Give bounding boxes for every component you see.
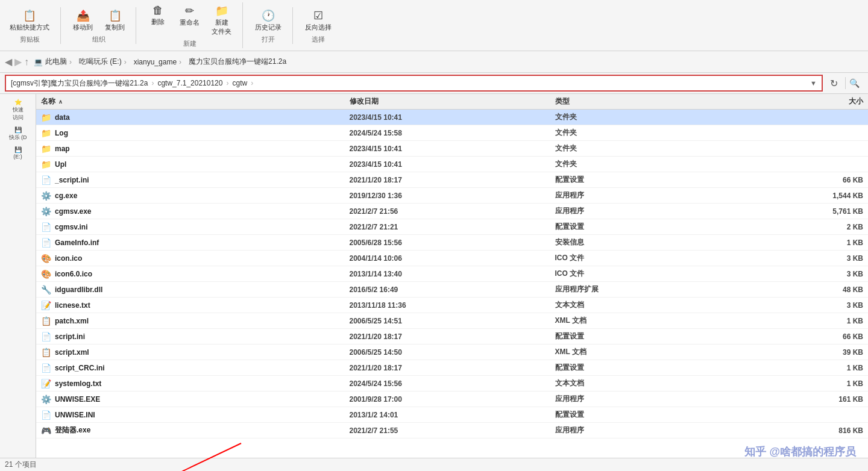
- file-date-cell: 2021/1/20 18:17: [350, 176, 555, 184]
- table-row[interactable]: 📄 cgmsv.ini 2021/2/7 21:21 配置设置 2 KB: [36, 219, 868, 235]
- file-name: cgmsv.exe: [55, 207, 92, 216]
- sidebar-item-drive-d[interactable]: 💾 快乐 (D: [0, 124, 36, 144]
- file-icon: ⚙️: [41, 207, 51, 216]
- reverse-select-label: 反向选择: [305, 23, 332, 32]
- bc-sep-0: ›: [69, 58, 72, 66]
- file-name: idguardlibr.dll: [55, 285, 102, 294]
- file-date-cell: 2021/2/7 21:21: [350, 223, 555, 231]
- file-icon: 📄: [41, 332, 51, 342]
- col-header-name[interactable]: 名称 ∧: [41, 96, 350, 107]
- file-name: UNWISE.INI: [55, 411, 95, 419]
- table-row[interactable]: 📄 UNWISE.INI 2013/1/2 14:01 配置设置: [36, 407, 868, 423]
- toolbar-section-clipboard: 📋 粘贴快捷方式 剪贴板: [5, 7, 61, 44]
- table-row[interactable]: ⚙️ UNWISE.EXE 2001/9/28 17:00 应用程序 161 K…: [36, 391, 868, 407]
- file-type-cell: 文本文档: [555, 300, 761, 310]
- address-dropdown-icon[interactable]: ▼: [810, 80, 817, 87]
- table-row[interactable]: 📄 script_CRC.ini 2021/1/20 18:17 配置设置 1 …: [36, 360, 868, 376]
- file-name: cgmsv.ini: [55, 223, 87, 231]
- file-icon: 📋: [41, 316, 51, 326]
- refresh-button[interactable]: ↻: [828, 76, 840, 90]
- file-name: cg.exe: [55, 192, 77, 200]
- toolbar-section-organize: 📤 移动到 📋 复制到 组织: [68, 7, 136, 44]
- this-pc-label: 此电脑: [45, 57, 67, 67]
- table-row[interactable]: ⚙️ cgmsv.exe 2021/2/7 21:56 应用程序 5,761 K…: [36, 204, 868, 219]
- nav-up-button[interactable]: ↑: [24, 57, 29, 67]
- file-size-cell: 66 KB: [761, 332, 864, 341]
- table-row[interactable]: 🔧 idguardlibr.dll 2016/5/2 16:49 应用程序扩展 …: [36, 282, 868, 298]
- table-row[interactable]: 📁 Log 2024/5/24 15:58 文件夹: [36, 125, 868, 141]
- nav-forward-button[interactable]: ▶: [14, 56, 22, 67]
- file-type-cell: 配置设置: [555, 363, 761, 373]
- file-name: icon6.0.ico: [55, 270, 92, 278]
- sidebar-item-drive-e[interactable]: 💾 (E:): [0, 144, 36, 162]
- file-name-cell: 🎮 登陆器.exe: [41, 425, 350, 435]
- file-name-cell: 🔧 idguardlibr.dll: [41, 285, 350, 295]
- table-row[interactable]: 📄 _script.ini 2021/1/20 18:17 配置设置 66 KB: [36, 172, 868, 188]
- file-size-cell: 3 KB: [761, 270, 864, 278]
- magic-baobei-label: 魔力宝贝台服纯净一键端21.2a: [189, 57, 286, 67]
- file-date-cell: 2013/1/2 14:01: [350, 411, 555, 419]
- file-name: 登陆器.exe: [55, 425, 90, 435]
- drive-d-label: 快乐 (D: [9, 134, 27, 142]
- file-date-cell: 2023/4/15 10:41: [350, 113, 555, 122]
- file-area: 名称 ∧ 修改日期 类型 大小 📁 data 2023/4/15 10:41 文…: [36, 94, 868, 471]
- breadcrumb-magic-baobei[interactable]: 魔力宝贝台服纯净一键端21.2a: [186, 55, 289, 68]
- breadcrumb-drive-e[interactable]: 吃喝玩乐 (E:) ›: [77, 55, 129, 68]
- file-date-cell: 2019/12/30 1:36: [350, 192, 555, 200]
- table-row[interactable]: 🎨 icon6.0.ico 2013/1/14 13:40 ICO 文件 3 K…: [36, 266, 868, 282]
- paste-shortcut-button[interactable]: 📋 粘贴快捷方式: [5, 7, 54, 34]
- address-bar[interactable]: [cgmsv引擎]魔力宝贝台服纯净一键端21.2a › cgtw_7.1_202…: [5, 75, 823, 92]
- paste-shortcut-label: 粘贴快捷方式: [10, 23, 49, 32]
- file-date-cell: 2005/6/28 15:56: [350, 239, 555, 247]
- breadcrumb-this-pc[interactable]: 💻 此电脑 ›: [31, 55, 74, 68]
- table-row[interactable]: ⚙️ cg.exe 2019/12/30 1:36 应用程序 1,544 KB: [36, 188, 868, 204]
- delete-button[interactable]: 🗑 删除: [143, 2, 172, 38]
- file-type-cell: 文件夹: [555, 143, 761, 154]
- copy-to-button[interactable]: 📋 复制到: [100, 7, 130, 34]
- table-row[interactable]: 📁 map 2023/4/15 10:41 文件夹: [36, 141, 868, 157]
- delete-label: 删除: [151, 17, 165, 27]
- copy-to-label: 复制到: [105, 23, 125, 32]
- file-type-cell: 配置设置: [555, 331, 761, 342]
- rename-button[interactable]: ✏ 重命名: [175, 2, 204, 38]
- file-name: _script.ini: [55, 176, 89, 184]
- file-name-cell: 📋 patch.xml: [41, 316, 350, 326]
- table-row[interactable]: 🎨 icon.ico 2004/1/14 10:06 ICO 文件 3 KB: [36, 251, 868, 266]
- file-date-cell: 2006/5/25 14:50: [350, 348, 555, 357]
- col-header-type[interactable]: 类型: [555, 96, 761, 107]
- file-name: patch.xml: [55, 317, 89, 325]
- address-sep-2: ›: [251, 79, 253, 87]
- table-row[interactable]: 📋 script.xml 2006/5/25 14:50 XML 文档 39 K…: [36, 345, 868, 360]
- table-row[interactable]: 🎮 登陆器.exe 2021/2/7 21:55 应用程序 816 KB: [36, 423, 868, 438]
- new-label: 新建: [183, 39, 197, 48]
- table-row[interactable]: 📋 patch.xml 2006/5/25 14:51 XML 文档 1 KB: [36, 313, 868, 329]
- organize-label: 组织: [92, 35, 105, 44]
- nav-back-button[interactable]: ◀: [5, 56, 12, 67]
- table-row[interactable]: 📄 script.ini 2021/1/20 18:17 配置设置 66 KB: [36, 329, 868, 345]
- table-row[interactable]: 📁 data 2023/4/15 10:41 文件夹: [36, 110, 868, 125]
- file-icon: 📋: [41, 348, 51, 357]
- copy-icon: 📋: [108, 9, 122, 22]
- file-list-header: 名称 ∧ 修改日期 类型 大小: [36, 94, 868, 110]
- reverse-select-button[interactable]: ☑ 反向选择: [300, 7, 336, 34]
- col-header-size[interactable]: 大小: [761, 96, 864, 107]
- table-row[interactable]: 📄 GameInfo.inf 2005/6/28 15:56 安装信息 1 KB: [36, 235, 868, 251]
- drive-e-label: 吃喝玩乐 (E:): [79, 57, 122, 67]
- table-row[interactable]: 📁 Upl 2023/4/15 10:41 文件夹: [36, 157, 868, 172]
- col-header-date[interactable]: 修改日期: [350, 96, 555, 107]
- drive-e-icon: 💾: [14, 146, 22, 153]
- status-bar: 21 个项目: [0, 458, 868, 471]
- sidebar-item-quick-access[interactable]: ⭐ 快速访问: [0, 96, 36, 124]
- table-row[interactable]: 📝 licnese.txt 2013/11/18 11:36 文本文档 3 KB: [36, 298, 868, 313]
- file-size-cell: 1 KB: [761, 379, 864, 388]
- file-icon: 📝: [41, 301, 51, 310]
- search-icon[interactable]: 🔍: [845, 77, 863, 89]
- new-folder-button[interactable]: 📁 新建文件夹: [207, 2, 236, 38]
- history-button[interactable]: 🕐 历史记录: [250, 7, 286, 34]
- breadcrumb-xianyu-game[interactable]: xianyu_game ›: [131, 57, 184, 67]
- table-row[interactable]: 📝 systemlog.txt 2024/5/24 15:56 文本文档 1 K…: [36, 376, 868, 391]
- file-type-cell: 配置设置: [555, 175, 761, 185]
- address-seg-2: cgtw: [232, 79, 247, 87]
- file-date-cell: 2013/1/14 13:40: [350, 270, 555, 278]
- move-to-button[interactable]: 📤 移动到: [68, 7, 98, 34]
